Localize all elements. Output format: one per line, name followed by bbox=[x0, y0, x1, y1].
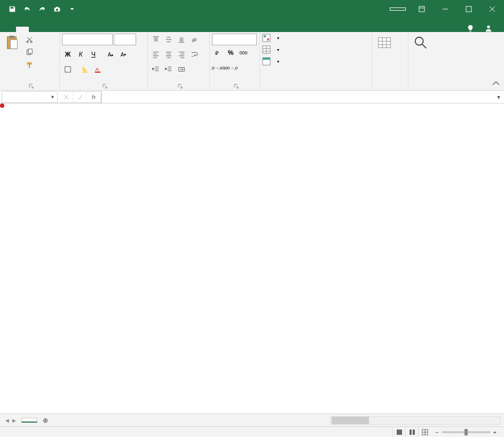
name-box[interactable]: ▼ bbox=[2, 91, 58, 103]
decrease-indent-icon[interactable] bbox=[150, 63, 162, 75]
decrease-font-icon[interactable]: A▾ bbox=[117, 49, 129, 60]
fill-color-icon[interactable] bbox=[79, 63, 91, 75]
minimize-icon[interactable] bbox=[434, 0, 457, 18]
svg-rect-0 bbox=[419, 6, 424, 12]
ribbon: Ж К Ч A▴ A▾ A ab bbox=[0, 32, 504, 91]
dialog-launcher-icon[interactable] bbox=[234, 84, 239, 89]
scrollbar-thumb[interactable] bbox=[332, 417, 369, 424]
align-left-icon[interactable] bbox=[150, 49, 162, 60]
maximize-icon[interactable] bbox=[457, 0, 481, 18]
increase-indent-icon[interactable] bbox=[163, 63, 175, 75]
tab-formulas[interactable] bbox=[54, 27, 67, 32]
redo-icon[interactable] bbox=[35, 2, 49, 16]
qat-dropdown-icon[interactable] bbox=[65, 2, 79, 16]
zoom-slider[interactable] bbox=[442, 431, 490, 433]
ribbon-collapse-icon[interactable] bbox=[491, 78, 501, 88]
formula-expand-icon[interactable]: ▾ bbox=[493, 93, 504, 101]
save-icon[interactable] bbox=[5, 2, 19, 16]
cells-icon bbox=[376, 35, 392, 51]
wrap-text-icon[interactable] bbox=[188, 49, 200, 60]
sheet-nav-prev-icon[interactable]: ◄ bbox=[4, 417, 10, 424]
chevron-down-icon[interactable]: ▼ bbox=[50, 94, 55, 100]
svg-rect-12 bbox=[28, 49, 32, 54]
increase-decimal-icon[interactable]: ,0→,00 bbox=[212, 62, 224, 74]
formula-input[interactable] bbox=[101, 91, 493, 103]
cut-icon[interactable] bbox=[23, 34, 35, 45]
ribbon-options-icon[interactable] bbox=[410, 0, 434, 18]
cancel-icon[interactable] bbox=[59, 92, 73, 102]
horizontal-scrollbar[interactable] bbox=[330, 416, 501, 425]
cell-styles-button[interactable]: ▾ bbox=[262, 57, 279, 66]
dialog-launcher-icon[interactable] bbox=[29, 84, 34, 89]
sheet-tab[interactable] bbox=[21, 418, 37, 423]
add-sheet-button[interactable]: ⊕ bbox=[40, 415, 51, 426]
group-number: ₽ % 000 ,0→,00 ,00→,0 bbox=[210, 32, 260, 90]
increase-font-icon[interactable]: A▴ bbox=[105, 49, 116, 60]
tab-insert[interactable] bbox=[29, 27, 42, 32]
currency-icon[interactable]: ₽ bbox=[212, 47, 224, 59]
align-right-icon[interactable] bbox=[176, 49, 187, 60]
bold-button[interactable]: Ж bbox=[62, 49, 74, 60]
underline-button[interactable]: Ч bbox=[88, 49, 99, 60]
normal-view-icon[interactable] bbox=[392, 427, 405, 437]
group-cells bbox=[372, 32, 408, 90]
paste-button[interactable] bbox=[2, 34, 22, 53]
svg-text:₽: ₽ bbox=[215, 50, 219, 56]
cells-button[interactable] bbox=[374, 34, 395, 53]
borders-icon[interactable] bbox=[62, 63, 74, 75]
share-button[interactable] bbox=[481, 25, 499, 32]
font-color-icon[interactable]: A bbox=[92, 63, 104, 75]
page-layout-view-icon[interactable] bbox=[405, 427, 418, 437]
clipboard-icon bbox=[4, 35, 20, 51]
tab-page-layout[interactable] bbox=[42, 27, 54, 32]
group-font: Ж К Ч A▴ A▾ A bbox=[60, 32, 148, 90]
tell-me-button[interactable] bbox=[462, 25, 481, 32]
merge-icon[interactable] bbox=[176, 63, 187, 75]
svg-rect-26 bbox=[263, 58, 270, 60]
person-icon bbox=[485, 25, 492, 32]
conditional-formatting-button[interactable]: ▾ bbox=[262, 34, 279, 42]
page-break-view-icon[interactable] bbox=[418, 427, 431, 437]
login-button[interactable] bbox=[390, 7, 406, 11]
zoom-in-button[interactable]: + bbox=[493, 429, 497, 435]
decrease-decimal-icon[interactable]: ,00→,0 bbox=[225, 62, 237, 74]
comma-icon[interactable]: 000 bbox=[238, 47, 249, 59]
svg-rect-27 bbox=[379, 38, 391, 48]
enter-icon[interactable] bbox=[73, 92, 87, 102]
orientation-icon[interactable]: ab bbox=[188, 34, 200, 45]
tab-home[interactable] bbox=[16, 27, 29, 32]
svg-rect-30 bbox=[410, 430, 412, 435]
format-painter-icon[interactable] bbox=[23, 59, 35, 71]
undo-icon[interactable] bbox=[20, 2, 34, 16]
number-format-select[interactable] bbox=[212, 34, 257, 45]
tab-file[interactable] bbox=[3, 27, 16, 32]
lightbulb-icon bbox=[467, 25, 474, 32]
camera-icon[interactable] bbox=[50, 2, 64, 16]
editing-button[interactable] bbox=[411, 34, 431, 53]
tab-data[interactable] bbox=[67, 27, 80, 32]
titlebar bbox=[0, 0, 504, 18]
sheet-nav-next-icon[interactable]: ► bbox=[11, 417, 17, 424]
font-size-select[interactable] bbox=[114, 34, 136, 45]
svg-rect-31 bbox=[413, 430, 415, 435]
zoom-out-button[interactable]: − bbox=[435, 429, 438, 435]
align-center-icon[interactable] bbox=[163, 49, 175, 60]
dialog-launcher-icon[interactable] bbox=[178, 84, 183, 89]
tab-view[interactable] bbox=[93, 27, 106, 32]
percent-icon[interactable]: % bbox=[225, 47, 237, 59]
close-icon[interactable] bbox=[481, 0, 504, 18]
group-styles: ▾ ▾ ▾ bbox=[260, 32, 372, 90]
italic-button[interactable]: К bbox=[75, 49, 86, 60]
svg-rect-8 bbox=[10, 39, 17, 49]
align-middle-icon[interactable] bbox=[163, 34, 175, 45]
align-bottom-icon[interactable] bbox=[176, 34, 187, 45]
spreadsheet-grid[interactable] bbox=[0, 104, 504, 414]
dialog-launcher-icon[interactable] bbox=[103, 84, 108, 89]
insert-function-button[interactable]: fx bbox=[87, 92, 101, 102]
tab-help[interactable] bbox=[106, 27, 119, 32]
copy-icon[interactable] bbox=[23, 46, 35, 58]
tab-review[interactable] bbox=[80, 27, 93, 32]
align-top-icon[interactable] bbox=[150, 34, 162, 45]
font-name-select[interactable] bbox=[62, 34, 113, 45]
format-as-table-button[interactable]: ▾ bbox=[262, 45, 279, 54]
